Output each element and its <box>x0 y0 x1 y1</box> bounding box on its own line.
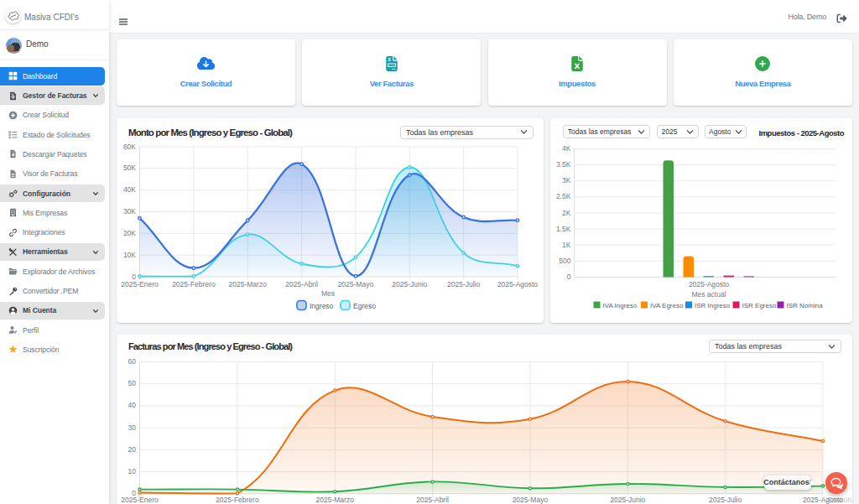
svg-text:2025-Febrero: 2025-Febrero <box>216 496 259 504</box>
svg-text:Egreso: Egreso <box>353 302 376 310</box>
svg-text:2025-Agosto: 2025-Agosto <box>689 280 729 288</box>
svg-text:2025-Mayo: 2025-Mayo <box>338 280 374 288</box>
svg-text:2.5K: 2.5K <box>556 192 571 200</box>
svg-text:2025-Enero: 2025-Enero <box>121 496 159 504</box>
svg-text:2025-Julio: 2025-Julio <box>709 496 742 504</box>
svg-text:IVA Ingreso: IVA Ingreso <box>603 302 638 309</box>
svg-text:2025-Junio: 2025-Junio <box>610 496 645 504</box>
svg-text:2025-Junio: 2025-Junio <box>392 280 427 288</box>
svg-text:0: 0 <box>567 273 571 281</box>
svg-text:2025-Marzo: 2025-Marzo <box>229 280 268 288</box>
svg-text:1K: 1K <box>562 241 571 249</box>
svg-text:2025-Mayo: 2025-Mayo <box>513 496 549 504</box>
svg-text:2025-Enero: 2025-Enero <box>121 280 159 288</box>
svg-text:2025-Agosto: 2025-Agosto <box>803 496 843 504</box>
svg-text:20K: 20K <box>123 229 136 237</box>
svg-text:50: 50 <box>128 379 137 387</box>
svg-text:ISR Nomina: ISR Nomina <box>787 302 824 309</box>
svg-text:60K: 60K <box>123 143 136 151</box>
svg-text:ISR Ingreso: ISR Ingreso <box>695 302 731 309</box>
svg-text:1.5K: 1.5K <box>556 225 571 233</box>
svg-text:60: 60 <box>128 357 137 366</box>
svg-text:2K: 2K <box>562 209 571 217</box>
svg-text:Mes actual: Mes actual <box>691 290 726 299</box>
svg-text:20: 20 <box>128 445 137 454</box>
svg-text:2025-Febrero: 2025-Febrero <box>172 280 216 288</box>
svg-text:3K: 3K <box>562 176 571 184</box>
svg-text:2025-Abril: 2025-Abril <box>285 280 318 288</box>
svg-text:2025-Julio: 2025-Julio <box>447 280 480 288</box>
svg-text:2025-Marzo: 2025-Marzo <box>316 496 355 504</box>
svg-text:3.5K: 3.5K <box>556 160 571 169</box>
svg-text:30K: 30K <box>123 207 136 216</box>
svg-text:50K: 50K <box>123 164 136 172</box>
svg-text:40: 40 <box>128 401 137 409</box>
svg-text:2025-Agosto: 2025-Agosto <box>497 280 538 288</box>
svg-text:40K: 40K <box>123 185 136 194</box>
svg-text:10K: 10K <box>123 251 136 259</box>
svg-text:ISR Egreso: ISR Egreso <box>742 302 777 309</box>
svg-text:Ingreso: Ingreso <box>310 302 334 310</box>
svg-text:Mes: Mes <box>321 289 335 298</box>
svg-text:IVA Egreso: IVA Egreso <box>650 302 684 309</box>
svg-text:10: 10 <box>128 467 137 475</box>
svg-text:4K: 4K <box>562 144 571 153</box>
svg-text:30: 30 <box>128 423 137 432</box>
svg-text:500: 500 <box>559 257 570 265</box>
svg-text:2025-Abril: 2025-Abril <box>416 496 449 504</box>
